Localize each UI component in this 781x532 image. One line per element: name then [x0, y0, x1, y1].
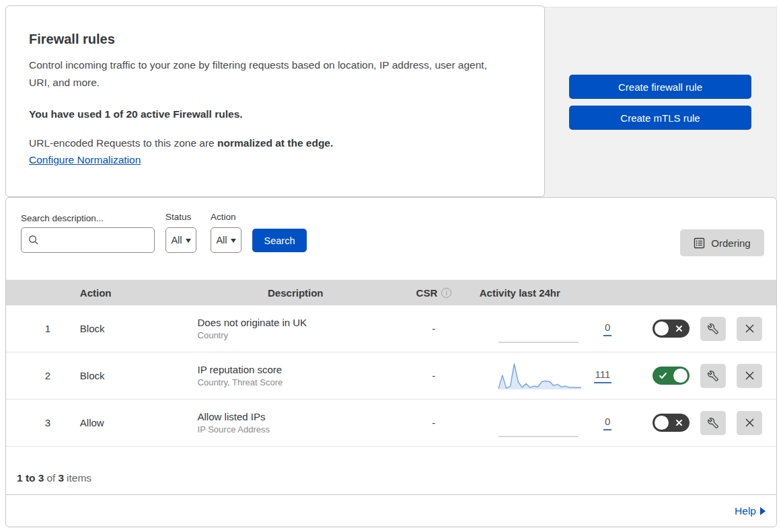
delete-rule-button[interactable]: [737, 317, 762, 341]
page-title: Firewall rules: [29, 32, 517, 47]
delete-rule-button[interactable]: [737, 411, 762, 435]
info-icon[interactable]: i: [441, 288, 451, 298]
wrench-icon: [708, 371, 718, 381]
rule-match-fields: Country, Threat Score: [198, 377, 283, 387]
pagination-items: items: [67, 472, 91, 484]
rule-enabled-toggle[interactable]: [653, 319, 690, 338]
search-input[interactable]: [21, 227, 155, 253]
search-label: Search description...: [21, 213, 104, 223]
rules-card: Search description... Status All Action …: [5, 197, 777, 527]
rule-action: Block: [75, 305, 192, 352]
check-icon: [659, 371, 667, 380]
search-button[interactable]: Search: [252, 229, 307, 252]
normalization-note-bold: normalized at the edge.: [217, 137, 333, 149]
table-body: 1 Block Does not originate in UK Country…: [6, 305, 776, 447]
cross-icon: [675, 418, 683, 427]
pagination: 1 to 3 of 3 items: [6, 447, 776, 495]
column-description: Description: [192, 287, 394, 299]
rule-priority: 3: [6, 400, 75, 446]
rule-activity-cell: 0: [474, 400, 618, 446]
rule-enabled-toggle[interactable]: [653, 414, 690, 432]
close-icon: [745, 418, 755, 428]
usage-summary: You have used 1 of 20 active Firewall ru…: [29, 108, 517, 120]
chevron-down-icon: [186, 239, 191, 243]
table-row: 1 Block Does not originate in UK Country…: [6, 305, 776, 352]
status-filter-select[interactable]: All: [165, 227, 196, 253]
status-filter-label: Status: [165, 212, 191, 222]
chevron-down-icon: [231, 239, 236, 243]
activity-sparkline: [498, 408, 582, 438]
rule-match-fields: IP Source Address: [198, 424, 270, 434]
create-firewall-rule-button[interactable]: Create firewall rule: [569, 75, 751, 99]
delete-rule-button[interactable]: [737, 364, 762, 388]
rule-activity-cell: 111: [474, 352, 618, 399]
top-section: Create firewall rule Create mTLS rule Fi…: [5, 5, 777, 197]
ordering-icon: [694, 237, 705, 249]
rule-description-cell: Allow listed IPs IP Source Address: [192, 400, 394, 446]
close-icon: [745, 371, 755, 381]
rule-csr-value: -: [394, 352, 474, 399]
rule-action: Block: [75, 352, 192, 399]
rule-enabled-toggle[interactable]: [653, 367, 690, 385]
activity-count-link[interactable]: 0: [603, 416, 611, 430]
help-link[interactable]: Help: [735, 505, 756, 517]
rule-controls: [617, 305, 776, 352]
activity-sparkline: [498, 360, 582, 391]
actions-panel: Create firewall rule Create mTLS rule: [544, 7, 777, 198]
ordering-button-label: Ordering: [711, 237, 750, 249]
filter-bar: Search description... Status All Action …: [6, 198, 776, 280]
rule-priority: 2: [6, 352, 75, 399]
configure-normalization-link[interactable]: Configure Normalization: [29, 154, 141, 166]
normalization-note-text: URL-encoded Requests to this zone are: [29, 137, 215, 149]
wrench-icon: [708, 324, 718, 334]
action-filter-label: Action: [211, 212, 236, 222]
rule-controls: [617, 352, 776, 399]
pagination-total: 3: [58, 472, 64, 484]
rule-controls: [617, 400, 776, 446]
toggle-knob: [655, 416, 669, 430]
search-text-field[interactable]: [43, 235, 144, 245]
column-csr: CSR i: [394, 287, 474, 299]
rule-csr-value: -: [394, 400, 474, 446]
rule-description: IP reputation score: [198, 364, 283, 375]
rule-activity-cell: 0: [474, 305, 618, 352]
create-mtls-rule-button[interactable]: Create mTLS rule: [569, 106, 751, 130]
table-header: Action Description CSR i Activity last 2…: [6, 280, 776, 305]
help-row: Help: [6, 495, 776, 527]
action-filter-value: All: [216, 235, 227, 245]
cross-icon: [675, 324, 683, 333]
table-row: 3 Allow Allow listed IPs IP Source Addre…: [6, 400, 776, 447]
rule-priority: 1: [6, 305, 75, 352]
edit-rule-button[interactable]: [700, 317, 726, 341]
activity-count-link[interactable]: 111: [594, 369, 612, 383]
table-row: 2 Block IP reputation score Country, Thr…: [6, 352, 776, 400]
search-icon: [28, 235, 39, 245]
column-activity: Activity last 24hr: [474, 287, 618, 299]
toggle-knob: [673, 369, 687, 383]
activity-sparkline: [498, 313, 582, 344]
close-icon: [745, 324, 755, 334]
ordering-button[interactable]: Ordering: [680, 229, 764, 256]
normalization-note: URL-encoded Requests to this zone are no…: [29, 137, 517, 149]
status-filter-value: All: [171, 235, 182, 245]
wrench-icon: [708, 418, 718, 428]
activity-count-link[interactable]: 0: [603, 321, 611, 336]
edit-rule-button[interactable]: [700, 364, 726, 388]
rule-description-cell: Does not originate in UK Country: [192, 305, 394, 352]
help-arrow-icon: [760, 507, 766, 515]
rule-description: Does not originate in UK: [198, 317, 307, 328]
rule-csr-value: -: [394, 305, 474, 352]
pagination-range: 1 to 3: [17, 472, 44, 484]
action-filter-select[interactable]: All: [211, 227, 241, 253]
column-description-label: Description: [268, 287, 324, 299]
rule-action: Allow: [75, 400, 192, 446]
intro-card: Firewall rules Control incoming traffic …: [5, 5, 545, 197]
rule-description-cell: IP reputation score Country, Threat Scor…: [192, 352, 394, 399]
rule-match-fields: Country: [198, 330, 229, 340]
toggle-knob: [655, 321, 669, 336]
edit-rule-button[interactable]: [700, 411, 726, 435]
column-csr-label: CSR: [416, 287, 438, 299]
rule-description: Allow listed IPs: [198, 411, 266, 422]
pagination-of: of: [46, 472, 55, 484]
page-description: Control incoming traffic to your zone by…: [29, 56, 508, 91]
